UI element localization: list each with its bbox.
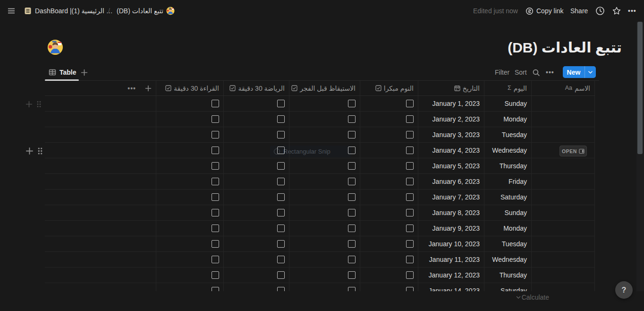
- checkbox-cell-reading[interactable]: [156, 268, 223, 283]
- checkbox-cell-exercise[interactable]: [223, 252, 289, 267]
- sort-button[interactable]: Sort: [515, 66, 527, 78]
- checkbox-cell-exercise[interactable]: [223, 236, 289, 251]
- checkbox-cell-sleep[interactable]: [360, 143, 418, 158]
- view-options-button[interactable]: •••: [546, 66, 554, 78]
- date-cell[interactable]: January 6, 2023: [418, 174, 484, 189]
- date-cell[interactable]: January 8, 2023: [418, 205, 484, 220]
- name-cell[interactable]: [531, 252, 595, 267]
- checkbox-cell-wake[interactable]: [289, 221, 360, 236]
- checkbox-cell-reading[interactable]: [156, 174, 223, 189]
- checkbox-cell-reading[interactable]: [156, 143, 223, 158]
- checkbox-cell-reading[interactable]: [156, 283, 223, 291]
- checkbox-cell-reading[interactable]: [156, 158, 223, 173]
- date-cell[interactable]: January 11, 2023: [418, 252, 484, 267]
- checkbox-unchecked[interactable]: [277, 162, 285, 170]
- checkbox-cell-reading[interactable]: [156, 252, 223, 267]
- page-icon[interactable]: [47, 39, 63, 55]
- name-cell[interactable]: [531, 112, 595, 127]
- day-cell[interactable]: Friday: [484, 174, 531, 189]
- day-cell[interactable]: Monday: [484, 221, 531, 236]
- search-button[interactable]: [532, 66, 540, 78]
- checkbox-unchecked[interactable]: [212, 225, 219, 232]
- checkbox-unchecked[interactable]: [277, 115, 285, 123]
- checkbox-cell-wake[interactable]: [289, 283, 360, 291]
- checkbox-unchecked[interactable]: [406, 131, 414, 138]
- scrollbar-thumb[interactable]: [637, 22, 643, 154]
- checkbox-cell-wake[interactable]: [289, 158, 360, 173]
- checkbox-unchecked[interactable]: [406, 256, 414, 263]
- checkbox-cell-wake[interactable]: [289, 205, 360, 220]
- tab-table[interactable]: Table: [49, 66, 76, 78]
- filter-button[interactable]: Filter: [495, 66, 509, 78]
- checkbox-cell-exercise[interactable]: [223, 112, 289, 127]
- share-button[interactable]: Share: [570, 0, 588, 22]
- name-cell[interactable]: [531, 158, 595, 173]
- checkbox-unchecked[interactable]: [212, 100, 219, 107]
- checkbox-cell-sleep[interactable]: [360, 205, 418, 220]
- checkbox-cell-sleep[interactable]: [360, 252, 418, 267]
- checkbox-unchecked[interactable]: [212, 147, 219, 154]
- checkbox-unchecked[interactable]: [277, 193, 285, 201]
- checkbox-cell-exercise[interactable]: [223, 205, 289, 220]
- date-cell[interactable]: January 10, 2023: [418, 236, 484, 251]
- checkbox-unchecked[interactable]: [406, 240, 414, 248]
- checkbox-cell-sleep[interactable]: [360, 236, 418, 251]
- checkbox-cell-exercise[interactable]: [223, 221, 289, 236]
- open-record-button[interactable]: OPEN: [559, 146, 587, 156]
- checkbox-unchecked[interactable]: [406, 147, 414, 154]
- name-cell[interactable]: [531, 236, 595, 251]
- checkbox-unchecked[interactable]: [348, 115, 356, 123]
- checkbox-cell-exercise[interactable]: [223, 190, 289, 205]
- add-column-button[interactable]: [144, 85, 152, 92]
- checkbox-cell-wake[interactable]: [289, 252, 360, 267]
- checkbox-cell-wake[interactable]: [289, 112, 360, 127]
- checkbox-unchecked[interactable]: [406, 271, 414, 279]
- checkbox-cell-exercise[interactable]: [223, 268, 289, 283]
- name-cell[interactable]: [531, 205, 595, 220]
- checkbox-cell-sleep[interactable]: [360, 174, 418, 189]
- checkbox-unchecked[interactable]: [277, 100, 285, 107]
- date-cell[interactable]: January 9, 2023: [418, 221, 484, 236]
- column-header-day[interactable]: Σ اليوم: [484, 81, 531, 95]
- checkbox-unchecked[interactable]: [212, 115, 219, 123]
- checkbox-cell-sleep[interactable]: [360, 268, 418, 283]
- checkbox-cell-reading[interactable]: [156, 236, 223, 251]
- copy-link-button[interactable]: Copy link: [525, 0, 564, 22]
- name-cell[interactable]: [531, 96, 595, 111]
- checkbox-cell-reading[interactable]: [156, 112, 223, 127]
- checkbox-cell-sleep[interactable]: [360, 158, 418, 173]
- name-cell[interactable]: [531, 221, 595, 236]
- date-cell[interactable]: January 1, 2023: [418, 96, 484, 111]
- name-cell[interactable]: [531, 127, 595, 142]
- checkbox-unchecked[interactable]: [277, 287, 285, 291]
- checkbox-cell-reading[interactable]: [156, 127, 223, 142]
- checkbox-unchecked[interactable]: [406, 193, 414, 201]
- checkbox-cell-wake[interactable]: [289, 127, 360, 142]
- column-header-name[interactable]: Aa الاسم: [531, 81, 595, 95]
- add-view-button[interactable]: [80, 66, 88, 78]
- checkbox-cell-reading[interactable]: [156, 205, 223, 220]
- checkbox-unchecked[interactable]: [348, 100, 356, 107]
- checkbox-unchecked[interactable]: [406, 115, 414, 123]
- day-cell[interactable]: Tuesday: [484, 127, 531, 142]
- checkbox-cell-wake[interactable]: [289, 268, 360, 283]
- checkbox-unchecked[interactable]: [348, 225, 356, 232]
- day-cell[interactable]: Wednesday: [484, 252, 531, 267]
- help-button[interactable]: ?: [615, 281, 633, 299]
- calculate-button[interactable]: Calculate: [516, 294, 549, 301]
- checkbox-cell-exercise[interactable]: [223, 158, 289, 173]
- checkbox-unchecked[interactable]: [348, 209, 356, 216]
- date-cell[interactable]: January 3, 2023: [418, 127, 484, 142]
- checkbox-unchecked[interactable]: [406, 100, 414, 107]
- name-cell[interactable]: [531, 268, 595, 283]
- checkbox-unchecked[interactable]: [212, 178, 219, 185]
- checkbox-unchecked[interactable]: [212, 193, 219, 201]
- checkbox-unchecked[interactable]: [212, 209, 219, 216]
- checkbox-cell-exercise[interactable]: [223, 143, 289, 158]
- checkbox-unchecked[interactable]: [277, 225, 285, 232]
- checkbox-unchecked[interactable]: [348, 287, 356, 291]
- day-cell[interactable]: Saturday: [484, 190, 531, 205]
- checkbox-cell-sleep[interactable]: [360, 127, 418, 142]
- checkbox-cell-wake[interactable]: [289, 236, 360, 251]
- drag-handle-icon[interactable]: [37, 147, 43, 155]
